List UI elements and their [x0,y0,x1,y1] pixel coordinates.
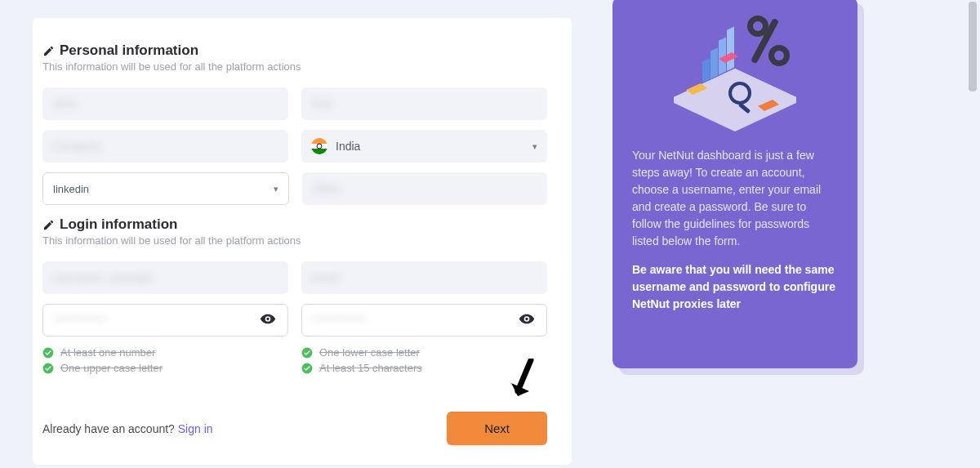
company-field[interactable]: Company [42,130,288,163]
chevron-down-icon: ▾ [274,184,278,194]
svg-rect-6 [702,58,710,82]
confirm-password-field[interactable]: ************ [301,304,547,337]
personal-header: Personal information [42,42,547,59]
svg-rect-7 [710,47,718,78]
username-field[interactable]: username_example [42,261,288,294]
rule-number: At least one number [42,346,288,359]
india-flag-icon [311,138,327,154]
check-icon [42,347,54,359]
pencil-icon [42,219,55,231]
check-icon [301,347,313,359]
first-name-field[interactable]: John [42,87,288,120]
email-field[interactable]: email [301,261,547,294]
signup-form-card: Personal information This information wi… [33,18,572,465]
next-button[interactable]: Next [447,412,547,445]
rule-upper: One upper case letter [42,362,288,374]
rule-length: At least 15 characters [301,362,547,374]
rule-lower: One lower case letter [301,346,547,359]
already-have-account: Already have an account? Sign in [42,422,213,435]
page-scrollbar[interactable] [966,0,978,468]
password-field[interactable]: ************ [42,304,288,337]
pencil-icon [42,45,55,57]
eye-icon[interactable] [260,311,276,330]
login-header: Login information [42,216,547,233]
sidebar-p1: Your NetNut dashboard is just a few step… [632,147,838,250]
last-name-field[interactable]: Doe [301,87,547,120]
svg-point-13 [753,21,763,31]
svg-rect-9 [727,27,734,71]
login-subtitle: This information will be used for all th… [42,234,547,247]
login-title: Login information [60,216,177,233]
personal-title: Personal information [60,42,198,59]
personal-subtitle: This information will be used for all th… [42,60,547,73]
source-select[interactable]: linkedin ▾ [42,172,289,205]
country-select[interactable]: India ▾ [301,130,547,163]
check-icon [42,363,54,374]
source-select-value: linkedin [53,183,89,195]
chevron-down-icon: ▾ [532,141,537,152]
svg-point-15 [774,51,784,60]
sidebar-p2: Be aware that you will need the same use… [632,261,838,313]
sign-in-link[interactable]: Sign in [178,422,213,435]
info-side-card: Your NetNut dashboard is just a few step… [612,0,858,368]
scroll-thumb[interactable] [969,2,977,91]
country-label: India [336,140,360,153]
extra-field[interactable]: Other [302,172,547,205]
password-rules: At least one number One upper case lette… [42,346,547,377]
dashboard-illustration-icon [632,11,838,134]
eye-icon[interactable] [519,311,535,330]
check-icon [301,363,313,374]
